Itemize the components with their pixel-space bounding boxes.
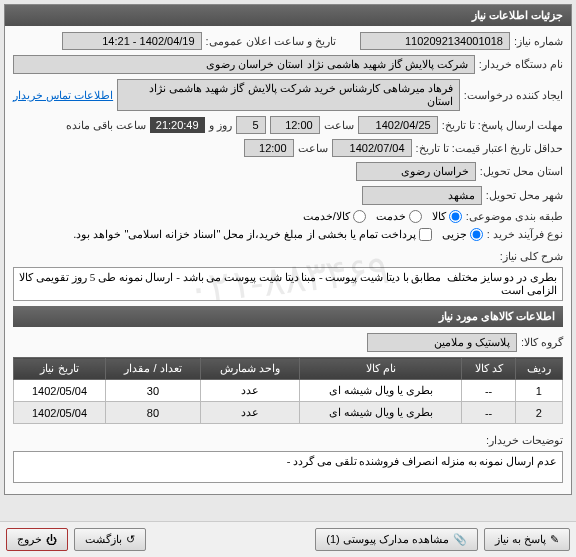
province-value: خراسان رضوی — [356, 162, 476, 181]
buyer-note-label: توضیحات خریدار: — [486, 430, 563, 447]
back-icon: ↺ — [126, 533, 135, 546]
need-no-label: شماره نیاز: — [514, 35, 563, 48]
need-no-value: 1102092134001018 — [360, 32, 510, 50]
city-label: شهر محل تحویل: — [486, 189, 563, 202]
items-table: ردیف کد کالا نام کالا واحد شمارش تعداد /… — [13, 357, 563, 424]
deadline-date: 1402/04/25 — [358, 116, 438, 134]
contact-link[interactable]: اطلاعات تماس خریدار — [13, 89, 113, 102]
category-group: کالا خدمت کالا/خدمت — [303, 210, 462, 223]
exit-icon: ⏻ — [46, 534, 57, 546]
process-group: جزیی پرداخت تمام یا بخشی از مبلغ خرید،از… — [73, 228, 483, 241]
city-value: مشهد — [362, 186, 482, 205]
attachment-icon: 📎 — [453, 533, 467, 546]
deadline-label: مهلت ارسال پاسخ: تا تاریخ: — [442, 119, 563, 132]
th-row: ردیف — [515, 358, 562, 380]
province-label: استان محل تحویل: — [480, 165, 563, 178]
pub-date-label: تاریخ و ساعت اعلان عمومی: — [206, 35, 336, 48]
time-label-2: ساعت — [298, 142, 328, 155]
creator-label: ایجاد کننده درخواست: — [464, 89, 563, 102]
group-label: گروه کالا: — [521, 336, 563, 349]
radio-partial-input[interactable] — [470, 228, 483, 241]
th-unit: واحد شمارش — [200, 358, 299, 380]
radio-goods[interactable]: کالا — [432, 210, 462, 223]
countdown: 21:20:49 — [150, 117, 205, 133]
category-label: طبقه بندی موضوعی: — [466, 210, 563, 223]
days-label: روز و — [209, 119, 232, 132]
details-panel: جزئیات اطلاعات نیاز شماره نیاز: 11020921… — [4, 4, 572, 495]
check-treasury[interactable]: پرداخت تمام یا بخشی از مبلغ خرید،از محل … — [73, 228, 432, 241]
button-bar: ✎ پاسخ به نیاز 📎 مشاهده مدارک پیوستی (1)… — [0, 521, 576, 557]
creator-value: فرهاد میرشاهی کارشناس خرید شرکت پالایش گ… — [117, 79, 460, 111]
th-code: کد کالا — [462, 358, 515, 380]
th-qty: تعداد / مقدار — [105, 358, 200, 380]
exit-button[interactable]: ⏻ خروج — [6, 528, 68, 551]
th-name: نام کالا — [300, 358, 462, 380]
desc-text[interactable] — [13, 267, 563, 301]
buyer-note-text[interactable] — [13, 451, 563, 483]
radio-service[interactable]: خدمت — [376, 210, 422, 223]
desc-label: شرح کلی نیاز: — [500, 246, 563, 263]
validity-label: حداقل تاریخ اعتبار قیمت: تا تاریخ: — [416, 142, 563, 155]
goods-section-header: اطلاعات کالاهای مورد نیاز — [13, 306, 563, 327]
validity-date: 1402/07/04 — [332, 139, 412, 157]
group-value: پلاستیک و ملامین — [367, 333, 517, 352]
panel-body: شماره نیاز: 1102092134001018 تاریخ و ساع… — [5, 26, 571, 494]
reply-button[interactable]: ✎ پاسخ به نیاز — [484, 528, 570, 551]
time-label-1: ساعت — [324, 119, 354, 132]
radio-both[interactable]: کالا/خدمت — [303, 210, 366, 223]
panel-title: جزئیات اطلاعات نیاز — [5, 5, 571, 26]
table-header-row: ردیف کد کالا نام کالا واحد شمارش تعداد /… — [14, 358, 563, 380]
reply-icon: ✎ — [550, 533, 559, 546]
th-date: تاریخ نیاز — [14, 358, 106, 380]
check-treasury-input[interactable] — [419, 228, 432, 241]
attachments-button[interactable]: 📎 مشاهده مدارک پیوستی (1) — [315, 528, 478, 551]
process-label: نوع فرآیند خرید : — [487, 228, 563, 241]
radio-both-input[interactable] — [353, 210, 366, 223]
validity-time: 12:00 — [244, 139, 294, 157]
buyer-value: شرکت پالایش گاز شهید هاشمی نژاد استان خر… — [13, 55, 475, 74]
table-row[interactable]: 2 -- بطری یا ویال شیشه ای عدد 80 1402/05… — [14, 402, 563, 424]
radio-goods-input[interactable] — [449, 210, 462, 223]
radio-partial[interactable]: جزیی — [442, 228, 483, 241]
days-value: 5 — [236, 116, 266, 134]
buyer-label: نام دستگاه خریدار: — [479, 58, 563, 71]
radio-service-input[interactable] — [409, 210, 422, 223]
back-button[interactable]: ↺ بازگشت — [74, 528, 146, 551]
table-row[interactable]: 1 -- بطری یا ویال شیشه ای عدد 30 1402/05… — [14, 380, 563, 402]
remain-label: ساعت باقی مانده — [66, 119, 146, 132]
pub-date-value: 1402/04/19 - 14:21 — [62, 32, 202, 50]
deadline-time: 12:00 — [270, 116, 320, 134]
